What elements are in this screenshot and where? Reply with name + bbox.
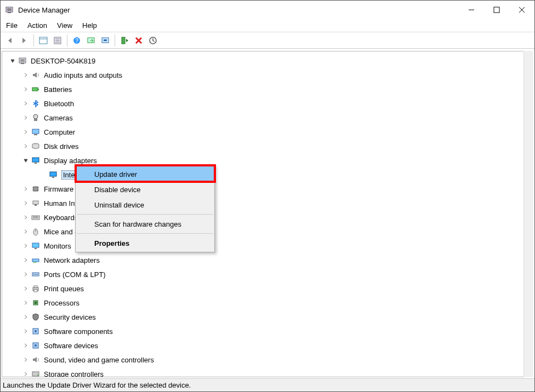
maximize-button[interactable] xyxy=(484,1,509,19)
bluetooth-icon xyxy=(31,99,41,108)
tree-category[interactable]: Ports (COM & LPT) xyxy=(2,267,533,281)
svg-rect-47 xyxy=(35,248,37,249)
context-item[interactable]: Uninstall device xyxy=(76,197,214,212)
expander-icon[interactable] xyxy=(22,128,30,136)
menu-file[interactable]: File xyxy=(6,21,18,30)
expander-icon[interactable] xyxy=(22,356,30,364)
expander-icon[interactable] xyxy=(22,327,30,335)
update-driver-button[interactable] xyxy=(118,34,131,47)
tree-category-label: Bluetooth xyxy=(44,100,74,108)
tree-category[interactable]: Security devices xyxy=(2,310,533,324)
close-button[interactable] xyxy=(509,1,534,19)
tree-category[interactable]: Software devices xyxy=(2,338,533,353)
tree-root[interactable]: DESKTOP-504K819 xyxy=(2,54,533,68)
properties-button[interactable] xyxy=(51,34,64,47)
tree-category-label: Display adapters xyxy=(44,157,97,165)
show-all-button[interactable] xyxy=(37,34,50,47)
expander-icon[interactable] xyxy=(22,285,30,292)
keyboard-icon xyxy=(31,212,41,222)
tree-category-label: Storage controllers xyxy=(44,370,104,378)
menu-action[interactable]: Action xyxy=(27,21,47,30)
security-icon xyxy=(31,312,41,322)
tree-category[interactable]: Audio inputs and outputs xyxy=(2,68,533,82)
display-icon xyxy=(48,170,58,180)
context-separator xyxy=(77,233,213,234)
svg-rect-56 xyxy=(34,286,37,287)
menu-help[interactable]: Help xyxy=(82,21,97,30)
tree-category[interactable]: Print queues xyxy=(2,281,533,296)
titlebar: Device Manager xyxy=(1,1,534,19)
tree-category-label: Audio inputs and outputs xyxy=(44,71,122,79)
menu-view[interactable]: View xyxy=(57,21,72,30)
svg-rect-22 xyxy=(21,63,24,64)
expander-icon[interactable] xyxy=(22,71,30,79)
back-button[interactable] xyxy=(3,34,16,47)
tree-category[interactable]: Network adapters xyxy=(2,253,533,267)
expander-icon[interactable] xyxy=(22,370,30,377)
expander-icon[interactable] xyxy=(22,214,30,221)
status-text: Launches the Update Driver Wizard for th… xyxy=(3,381,191,389)
context-item[interactable]: Update driver xyxy=(76,166,214,182)
svg-point-65 xyxy=(37,374,38,376)
tree-category[interactable]: Computer xyxy=(2,125,533,139)
tree-category-label: Firmware xyxy=(44,185,73,193)
context-separator xyxy=(77,214,213,215)
svg-rect-40 xyxy=(35,204,37,206)
forward-button[interactable] xyxy=(18,34,31,47)
expander-icon[interactable] xyxy=(22,100,30,107)
scan-hardware-button[interactable] xyxy=(99,34,112,47)
tree-category-label: Sound, video and game controllers xyxy=(44,356,154,364)
cpu-icon xyxy=(31,298,41,308)
monitor-icon xyxy=(31,241,41,251)
tree-category[interactable]: Software components xyxy=(2,324,533,338)
enable-button[interactable] xyxy=(146,34,160,47)
expander-icon[interactable] xyxy=(22,114,30,122)
expander-icon[interactable] xyxy=(22,185,30,193)
tree-category-label: Batteries xyxy=(44,85,72,94)
tree-category[interactable]: Storage controllers xyxy=(2,367,533,377)
svg-rect-32 xyxy=(50,172,56,176)
help-button[interactable]: ? xyxy=(70,34,83,47)
tree-category-label: Monitors xyxy=(44,242,71,250)
tree-category-label: Software components xyxy=(44,327,113,336)
tree-category[interactable]: Sound, video and game controllers xyxy=(2,353,533,367)
svg-rect-57 xyxy=(34,290,37,292)
expander-icon[interactable] xyxy=(22,313,30,321)
context-item[interactable]: Disable device xyxy=(76,182,214,197)
action-center-button[interactable] xyxy=(84,34,98,47)
chip-icon xyxy=(31,184,41,194)
expander-icon[interactable] xyxy=(22,299,30,307)
svg-text:?: ? xyxy=(75,38,78,44)
disk-icon xyxy=(31,141,41,151)
expander-icon[interactable] xyxy=(22,199,30,207)
svg-rect-7 xyxy=(39,37,47,44)
speaker-icon xyxy=(31,355,41,365)
svg-point-61 xyxy=(35,330,37,332)
context-menu: Update driverDisable deviceUninstall dev… xyxy=(75,165,215,252)
expander-icon[interactable] xyxy=(22,270,30,278)
context-item[interactable]: Properties xyxy=(76,235,214,251)
svg-rect-48 xyxy=(32,259,39,262)
context-item[interactable]: Scan for hardware changes xyxy=(76,216,214,232)
expander-icon[interactable] xyxy=(22,256,30,264)
tree-category-label: Processors xyxy=(44,299,79,307)
expander-icon[interactable] xyxy=(22,142,30,150)
vertical-scrollbar[interactable] xyxy=(523,51,533,377)
tree-category[interactable]: Processors xyxy=(2,296,533,310)
expander-icon[interactable] xyxy=(22,342,30,349)
tree-category-label: Keyboards xyxy=(44,214,78,222)
storage-icon xyxy=(31,369,41,377)
minimize-button[interactable] xyxy=(459,1,484,19)
expander-icon[interactable] xyxy=(22,157,30,164)
expander-icon[interactable] xyxy=(22,85,30,93)
tree-category[interactable]: Cameras xyxy=(2,111,533,125)
window-title: Device Manager xyxy=(18,6,459,14)
tree-category[interactable]: Disk drives xyxy=(2,139,533,153)
expander-icon[interactable] xyxy=(22,242,30,250)
camera-icon xyxy=(31,113,41,123)
expander-icon[interactable] xyxy=(9,57,16,65)
tree-category[interactable]: Bluetooth xyxy=(2,96,533,111)
uninstall-button[interactable] xyxy=(132,34,145,47)
tree-category[interactable]: Batteries xyxy=(2,82,533,96)
expander-icon[interactable] xyxy=(22,228,30,235)
